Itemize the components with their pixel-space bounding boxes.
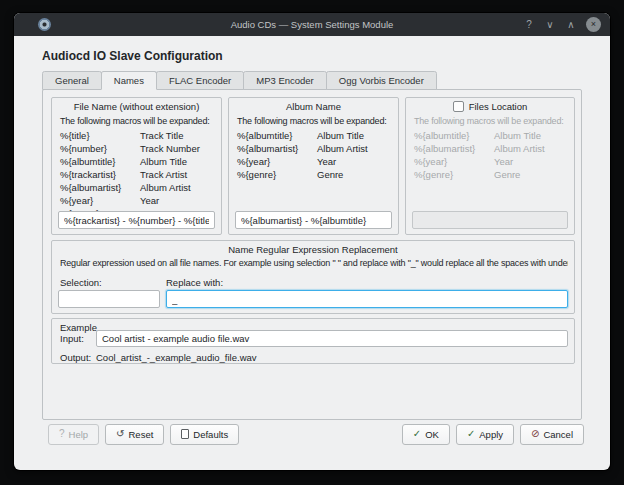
example-output-label: Output:: [60, 352, 91, 363]
check-icon: ✓: [413, 429, 421, 439]
regex-group-title: Name Regular Expression Replacement: [52, 241, 574, 255]
macro-meaning: Album Title: [317, 129, 364, 142]
file-name-macro-list: %{title} Track Title %{number} Track Num…: [52, 126, 221, 220]
maximize-icon[interactable]: ∧: [565, 17, 577, 32]
dialog-footer: ? Help ↺ Reset Defaults ✓ OK ✓ Apply ⊘: [48, 423, 584, 445]
tab-label: General: [55, 75, 89, 86]
macro-row: %{albumtitle} Album Title: [60, 155, 213, 168]
macro-meaning: Year: [140, 194, 159, 207]
files-location-group: Files Location The following macros will…: [405, 97, 575, 235]
defaults-button-label: Defaults: [193, 429, 228, 440]
replace-with-input[interactable]: [166, 290, 568, 308]
macro-name: %{number}: [60, 142, 140, 155]
files-location-group-title: Files Location: [469, 101, 528, 112]
ok-button[interactable]: ✓ OK: [402, 424, 450, 445]
macro-meaning: Genre: [494, 168, 520, 181]
footer-left-buttons: ? Help ↺ Reset Defaults: [48, 424, 239, 445]
macro-meaning: Album Artist: [317, 142, 368, 155]
macro-row: %{year} Year: [414, 155, 566, 168]
reset-button-label: Reset: [129, 429, 154, 440]
macro-row: %{title} Track Title: [60, 129, 213, 142]
file-name-group-title: File Name (without extension): [52, 98, 221, 112]
apply-button-label: Apply: [479, 429, 503, 440]
close-icon[interactable]: ×: [586, 17, 601, 32]
file-name-pattern-input[interactable]: [58, 211, 215, 229]
macro-row: %{genre} Genre: [237, 168, 390, 181]
macro-row: %{genre} Genre: [414, 168, 566, 181]
cancel-icon: ⊘: [531, 429, 539, 439]
check-icon: ✓: [467, 429, 475, 439]
files-location-checkbox-row[interactable]: Files Location: [406, 98, 574, 112]
tab[interactable]: Names: [101, 71, 157, 90]
macro-row: %{trackartist} Track Artist: [60, 168, 213, 181]
macro-name: %{year}: [60, 194, 140, 207]
files-location-macro-list: %{albumtitle} Album Title %{albumartist}…: [406, 126, 574, 181]
macro-name: %{albumtitle}: [414, 129, 494, 142]
replace-with-label: Replace with:: [166, 277, 223, 288]
regex-description: Regular expression used on all file name…: [60, 258, 568, 268]
album-name-group-title: Album Name: [229, 98, 398, 112]
files-location-pattern-input: [412, 211, 568, 229]
tabbar: General Names FLAC Encoder MP3 Encoder O…: [42, 71, 436, 90]
window-controls: ? ∨ ∧ ×: [523, 13, 601, 36]
defaults-button[interactable]: Defaults: [170, 424, 239, 445]
files-location-macros-intro: The following macros will be expanded:: [406, 112, 574, 126]
titlebar[interactable]: Audio CDs — System Settings Module ? ∨ ∧…: [14, 13, 610, 36]
macro-name: %{genre}: [237, 168, 317, 181]
macro-row: %{albumtitle} Album Title: [237, 129, 390, 142]
cancel-button-label: Cancel: [543, 429, 573, 440]
help-button: ? Help: [48, 424, 99, 445]
macro-meaning: Track Number: [140, 142, 200, 155]
macro-row: %{year} Year: [60, 194, 213, 207]
macro-meaning: Album Artist: [494, 142, 545, 155]
example-group: Example Input: Output: Cool_artist_-_exa…: [51, 318, 575, 364]
macro-meaning: Track Title: [140, 129, 183, 142]
macro-row: %{albumartist} Album Artist: [414, 142, 566, 155]
macro-row: %{albumtitle} Album Title: [414, 129, 566, 142]
macro-name: %{title}: [60, 129, 140, 142]
album-name-pattern-input[interactable]: [235, 211, 392, 229]
file-name-macros-intro: The following macros will be expanded:: [52, 112, 221, 126]
macro-name: %{albumtitle}: [60, 155, 140, 168]
help-button-label: Help: [69, 429, 89, 440]
macro-meaning: Album Title: [494, 129, 541, 142]
example-input-label: Input:: [60, 333, 84, 344]
selection-input[interactable]: [58, 290, 160, 308]
album-name-macro-list: %{albumtitle} Album Title %{albumartist}…: [229, 126, 398, 181]
macro-meaning: Album Title: [140, 155, 187, 168]
macro-row: %{albumartist} Album Artist: [60, 181, 213, 194]
macro-meaning: Album Artist: [140, 181, 191, 194]
macro-row: %{year} Year: [237, 155, 390, 168]
window-help-button[interactable]: ?: [523, 17, 535, 32]
macro-name: %{year}: [414, 155, 494, 168]
tab[interactable]: Ogg Vorbis Encoder: [326, 71, 437, 90]
macro-meaning: Track Artist: [140, 168, 187, 181]
footer-right-buttons: ✓ OK ✓ Apply ⊘ Cancel: [402, 424, 584, 445]
settings-window: Audio CDs — System Settings Module ? ∨ ∧…: [14, 13, 610, 470]
page-title: Audiocd IO Slave Configuration: [42, 49, 223, 63]
macro-name: %{albumartist}: [414, 142, 494, 155]
window-title: Audio CDs — System Settings Module: [14, 13, 610, 36]
tab[interactable]: FLAC Encoder: [156, 71, 244, 90]
reset-button[interactable]: ↺ Reset: [105, 424, 164, 445]
apply-button[interactable]: ✓ Apply: [456, 424, 514, 445]
minimize-icon[interactable]: ∨: [544, 17, 556, 32]
tab-label: MP3 Encoder: [256, 75, 314, 86]
macro-name: %{albumartist}: [237, 142, 317, 155]
undo-icon: ↺: [116, 429, 124, 439]
example-input-field[interactable]: [96, 330, 568, 347]
tab-label: Names: [114, 75, 144, 86]
example-output-value: Cool_artist_-_example_audio_file.wav: [96, 352, 257, 363]
album-name-macros-intro: The following macros will be expanded:: [229, 112, 398, 126]
tab-content: File Name (without extension) The follow…: [42, 89, 582, 420]
macro-meaning: Year: [317, 155, 336, 168]
tab[interactable]: MP3 Encoder: [243, 71, 327, 90]
ok-button-label: OK: [425, 429, 439, 440]
macro-name: %{albumtitle}: [237, 129, 317, 142]
macro-name: %{year}: [237, 155, 317, 168]
tab-label: FLAC Encoder: [169, 75, 231, 86]
tab[interactable]: General: [42, 71, 102, 90]
files-location-checkbox[interactable]: [453, 101, 464, 112]
cancel-button[interactable]: ⊘ Cancel: [520, 424, 584, 445]
tab-label: Ogg Vorbis Encoder: [339, 75, 424, 86]
